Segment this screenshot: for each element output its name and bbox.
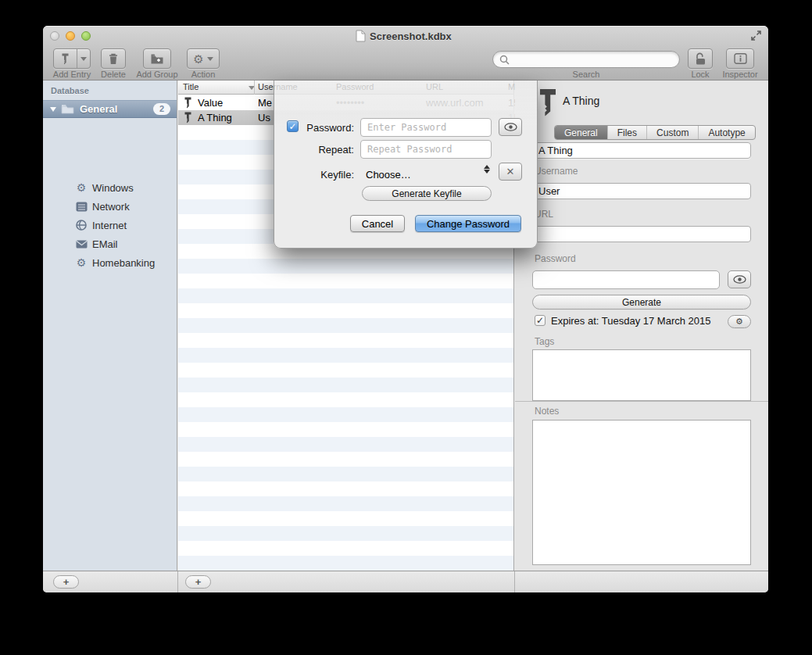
- url-input[interactable]: [533, 227, 750, 242]
- inspector-panel: A Thing General Files Custom Autotype Us…: [515, 81, 768, 571]
- sidebar-item-homebanking[interactable]: ⚙ Homebanking: [43, 253, 177, 272]
- change-password-button[interactable]: Change Password: [415, 215, 521, 232]
- lock-open-icon: [695, 52, 706, 65]
- document-icon: [356, 30, 366, 42]
- gear-icon: ⚙: [735, 317, 743, 326]
- add-entry-label: Add Entry: [53, 70, 91, 79]
- action-button[interactable]: ⚙: [187, 48, 220, 69]
- trash-icon: [109, 53, 118, 65]
- dialog-repeat-field[interactable]: [360, 140, 492, 159]
- password-enabled-checkbox[interactable]: ✓: [287, 120, 299, 132]
- lock-button[interactable]: [688, 48, 713, 69]
- lock-label: Lock: [691, 70, 709, 79]
- inspector-button[interactable]: [726, 48, 754, 69]
- clear-keyfile-button[interactable]: ✕: [499, 163, 522, 181]
- sidebar-group-label: General: [80, 103, 117, 115]
- divider: [514, 571, 515, 592]
- close-button[interactable]: [50, 31, 59, 41]
- tab-autotype[interactable]: Autotype: [698, 126, 754, 139]
- username-field[interactable]: [532, 183, 751, 199]
- add-entry-button[interactable]: [53, 48, 91, 69]
- dialog-password-input[interactable]: [361, 119, 491, 136]
- section-divider: [515, 401, 768, 402]
- sidebar-header: Database: [51, 86, 89, 95]
- sidebar: Database General 2 ⚙ Windows Network Int…: [43, 81, 177, 571]
- close-icon: ✕: [506, 166, 515, 177]
- notes-input[interactable]: [533, 421, 750, 564]
- add-group-label: Add Group: [136, 70, 177, 79]
- sidebar-item-general[interactable]: General 2: [43, 100, 177, 118]
- cell-title: A Thing: [198, 112, 252, 123]
- server-icon: [74, 202, 88, 212]
- keyfile-stepper-icon[interactable]: [484, 165, 490, 174]
- eye-icon: [733, 275, 746, 284]
- disclosure-triangle-icon[interactable]: [50, 107, 56, 112]
- delete-button[interactable]: [101, 48, 126, 69]
- search-field[interactable]: [492, 51, 680, 68]
- dialog-repeat-input[interactable]: [361, 141, 491, 158]
- add-group-footer-button[interactable]: +: [53, 575, 79, 589]
- generate-password-button[interactable]: Generate: [532, 295, 751, 310]
- info-icon: [734, 53, 747, 64]
- add-entry-footer-button[interactable]: +: [185, 575, 211, 589]
- notes-label: Notes: [535, 406, 559, 417]
- folder-plus-icon: [151, 54, 163, 64]
- sidebar-item-network[interactable]: Network: [43, 197, 177, 216]
- gear-icon: ⚙: [74, 257, 88, 268]
- generate-keyfile-button[interactable]: Generate Keyfile: [362, 186, 492, 201]
- expires-label: Expires at: Tuesday 17 March 2015: [551, 315, 711, 327]
- notes-box[interactable]: [532, 420, 751, 565]
- folder-icon: [61, 104, 74, 114]
- dialog-reveal-password-button[interactable]: [499, 118, 522, 136]
- username-input[interactable]: [533, 184, 750, 199]
- inspector-label: Inspector: [722, 70, 757, 79]
- key-icon: [184, 112, 191, 123]
- tab-custom[interactable]: Custom: [646, 126, 698, 139]
- password-field[interactable]: [532, 270, 720, 289]
- group-count-badge: 2: [153, 103, 170, 115]
- chevron-down-icon: [77, 57, 90, 61]
- reveal-password-button[interactable]: [728, 270, 751, 288]
- key-icon: [539, 88, 556, 118]
- password-label: Password: [535, 253, 576, 264]
- sidebar-item-windows[interactable]: ⚙ Windows: [43, 178, 177, 197]
- password-input[interactable]: [533, 271, 719, 288]
- key-icon: [184, 97, 191, 109]
- delete-label: Delete: [101, 70, 126, 79]
- tab-files[interactable]: Files: [607, 126, 646, 139]
- inspector-tabs: General Files Custom Autotype: [554, 125, 756, 140]
- mail-icon: [74, 240, 88, 249]
- title-field[interactable]: [532, 142, 751, 159]
- key-icon: [54, 53, 77, 65]
- username-label: Username: [535, 166, 578, 177]
- search-icon: [499, 55, 510, 65]
- cell-title: Value: [198, 97, 252, 109]
- sidebar-item-label: Network: [92, 201, 130, 213]
- add-group-button[interactable]: [143, 48, 171, 69]
- sidebar-item-internet[interactable]: Internet: [43, 216, 177, 234]
- column-title[interactable]: Title: [183, 82, 199, 91]
- titlebar-toolbar: Screenshot.kdbx Add Entry Delete Add Gr: [43, 26, 768, 81]
- url-field[interactable]: [532, 226, 751, 242]
- tab-general[interactable]: General: [555, 126, 607, 139]
- keyfile-popup-value[interactable]: Choose…: [366, 169, 411, 181]
- search-input[interactable]: [513, 52, 674, 66]
- title-input[interactable]: [533, 143, 750, 158]
- sidebar-item-email[interactable]: EMail: [43, 234, 177, 253]
- dialog-keyfile-label: Keyfile:: [298, 169, 354, 181]
- app-window: Screenshot.kdbx Add Entry Delete Add Gr: [43, 26, 768, 592]
- tags-label: Tags: [535, 336, 554, 347]
- tags-input[interactable]: [533, 350, 750, 400]
- dialog-password-label: Password:: [298, 122, 354, 134]
- chevron-down-icon: [207, 57, 213, 61]
- zoom-button[interactable]: [81, 31, 91, 41]
- cancel-button[interactable]: Cancel: [350, 215, 405, 232]
- inspector-entry-title: A Thing: [563, 95, 599, 107]
- fullscreen-icon[interactable]: [750, 30, 762, 41]
- tags-box[interactable]: [532, 349, 751, 401]
- expires-checkbox[interactable]: ✓: [535, 315, 546, 326]
- dialog-password-field[interactable]: [360, 118, 492, 137]
- minimize-button[interactable]: [66, 31, 75, 41]
- expires-settings-button[interactable]: ⚙: [728, 315, 751, 328]
- column-divider[interactable]: [254, 81, 255, 95]
